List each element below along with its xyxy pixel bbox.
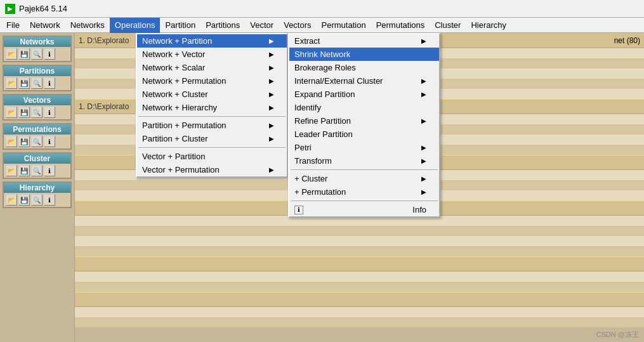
plus-cluster-label: + Cluster: [294, 174, 327, 183]
menu-brokerage-roles[interactable]: Brokerage Roles: [289, 61, 439, 74]
menu-net-hierarchy[interactable]: Network + Hierarchy ▶: [137, 101, 287, 114]
menu-plus-cluster[interactable]: + Cluster ▶: [289, 172, 439, 185]
permutations-btn-search[interactable]: 🔍: [31, 136, 43, 147]
menu-net-cluster[interactable]: Network + Cluster ▶: [137, 88, 287, 101]
menu-networks[interactable]: Networks: [65, 18, 110, 33]
hierarchy-btn-save[interactable]: 💾: [18, 194, 30, 206]
menu-identify[interactable]: Identify: [289, 101, 439, 114]
vectors-panel-header: Vectors: [4, 95, 70, 105]
menu-permutations[interactable]: Permutations: [371, 18, 430, 33]
net-partition-arrow: ▶: [269, 37, 274, 44]
part-cluster-arrow: ▶: [269, 135, 274, 142]
hierarchy-btn-info[interactable]: ℹ: [44, 194, 55, 206]
networks-toolbar: 📂 💾 🔍 ℹ: [4, 47, 70, 61]
menu-part-cluster[interactable]: Partition + Cluster ▶: [137, 132, 287, 145]
separator-1: [138, 116, 286, 117]
menu-network[interactable]: Network: [25, 18, 65, 33]
menu-leader-partition[interactable]: Leader Partition: [289, 128, 439, 141]
networks-btn-search[interactable]: 🔍: [31, 48, 43, 60]
menu-plus-permutation[interactable]: + Permutation ▶: [289, 185, 439, 199]
net-permutation-label: Network + Permutation: [142, 76, 227, 86]
cluster-panel-header: Cluster: [4, 154, 70, 164]
menu-partitions[interactable]: Partitions: [200, 18, 245, 33]
vec-partition-label: Vector + Partition: [142, 152, 205, 161]
menu-info[interactable]: ℹ Info: [289, 203, 439, 216]
networks-btn-info[interactable]: ℹ: [44, 48, 55, 60]
info-icon: ℹ: [294, 206, 303, 214]
menu-vec-partition[interactable]: Vector + Partition: [137, 150, 287, 163]
partitions-btn-open[interactable]: 📂: [6, 77, 17, 89]
internal-external-arrow: ▶: [421, 77, 426, 84]
menu-permutation[interactable]: Permutation: [317, 18, 371, 33]
plus-permutation-arrow: ▶: [421, 188, 426, 195]
menu-vector[interactable]: Vector: [245, 18, 279, 33]
permutations-btn-save[interactable]: 💾: [18, 136, 30, 147]
h-stripe-1: [75, 307, 644, 317]
partitions-btn-info[interactable]: ℹ: [44, 77, 55, 89]
vectors-btn-save[interactable]: 💾: [18, 107, 30, 118]
menu-cluster[interactable]: Cluster: [430, 18, 466, 33]
menu-file[interactable]: File: [1, 18, 25, 33]
extract-arrow: ▶: [421, 37, 426, 44]
watermark: CSDN @冻王: [596, 330, 639, 339]
transform-arrow: ▶: [421, 157, 426, 164]
cluster-btn-search[interactable]: 🔍: [31, 165, 43, 176]
menu-partition[interactable]: Partition: [160, 18, 200, 33]
refine-partition-arrow: ▶: [421, 117, 426, 124]
menu-petri[interactable]: Petri ▶: [289, 141, 439, 154]
menu-net-scalar[interactable]: Network + Scalar ▶: [137, 61, 287, 74]
cluster-btn-info[interactable]: ℹ: [44, 165, 55, 176]
networks-panel-header: Networks: [4, 37, 70, 47]
menu-operations[interactable]: Operations: [110, 18, 161, 33]
separator-3: [291, 169, 438, 170]
identify-label: Identify: [294, 103, 321, 112]
title-bar: ▶ Pajek64 5.14: [0, 0, 644, 18]
vectors-btn-info[interactable]: ℹ: [44, 107, 55, 118]
menu-net-partition[interactable]: Network + Partition ▶: [137, 34, 287, 48]
vectors-btn-search[interactable]: 🔍: [31, 107, 43, 118]
expand-partition-label: Expand Partition: [294, 89, 355, 99]
menu-extract[interactable]: Extract ▶: [289, 34, 439, 48]
cluster-btn-open[interactable]: 📂: [6, 165, 17, 176]
cl-stripe-1: [75, 272, 644, 282]
vectors-btn-open[interactable]: 📂: [6, 107, 17, 118]
menu-bar: File Network Networks Operations Partiti…: [0, 18, 644, 33]
permutations-btn-open[interactable]: 📂: [6, 136, 17, 147]
menu-part-permutation[interactable]: Partition + Permutation ▶: [137, 119, 287, 132]
menu-net-vector[interactable]: Network + Vector ▶: [137, 48, 287, 61]
menu-hierarchy[interactable]: Hierarchy: [466, 18, 511, 33]
networks-btn-save[interactable]: 💾: [18, 48, 30, 60]
pe-stripe-2: [75, 226, 644, 236]
cluster-row: [75, 256, 644, 272]
net-cluster-label: Network + Cluster: [142, 89, 208, 99]
hierarchy-btn-open[interactable]: 📂: [6, 194, 17, 206]
leader-partition-label: Leader Partition: [294, 129, 353, 139]
partition-label: 1. D:\Explorato: [79, 102, 129, 111]
part-cluster-label: Partition + Cluster: [142, 134, 208, 143]
network-suffix: net (80): [614, 36, 640, 45]
hierarchy-btn-search[interactable]: 🔍: [31, 194, 43, 206]
menu-refine-partition[interactable]: Refine Partition ▶: [289, 114, 439, 128]
menu-expand-partition[interactable]: Expand Partition ▶: [289, 88, 439, 101]
menu-net-permutation[interactable]: Network + Permutation ▶: [137, 74, 287, 88]
menu-transform[interactable]: Transform ▶: [289, 154, 439, 168]
refine-partition-label: Refine Partition: [294, 116, 351, 126]
cluster-btn-save[interactable]: 💾: [18, 165, 30, 176]
menu-vectors[interactable]: Vectors: [279, 18, 316, 33]
menu-vec-permutation[interactable]: Vector + Permutation ▶: [137, 163, 287, 176]
partitions-panel: Partitions 📂 💾 🔍 ℹ: [3, 65, 72, 91]
menu-internal-external[interactable]: Internal/External Cluster ▶: [289, 74, 439, 88]
permutations-btn-info[interactable]: ℹ: [44, 136, 55, 147]
menu-shrink-network[interactable]: Shrink Network: [289, 48, 439, 61]
net-scalar-arrow: ▶: [269, 64, 274, 71]
networks-btn-open[interactable]: 📂: [6, 48, 17, 60]
permutations-toolbar: 📂 💾 🔍 ℹ: [4, 135, 70, 148]
partitions-btn-search[interactable]: 🔍: [31, 77, 43, 89]
shrink-network-label: Shrink Network: [294, 49, 350, 59]
brokerage-roles-label: Brokerage Roles: [294, 63, 356, 72]
net-hierarchy-arrow: ▶: [269, 104, 274, 111]
cluster-toolbar: 📂 💾 🔍 ℹ: [4, 164, 70, 178]
partitions-btn-save[interactable]: 💾: [18, 77, 30, 89]
h-stripe-2: [75, 317, 644, 327]
partitions-toolbar: 📂 💾 🔍 ℹ: [4, 76, 70, 90]
